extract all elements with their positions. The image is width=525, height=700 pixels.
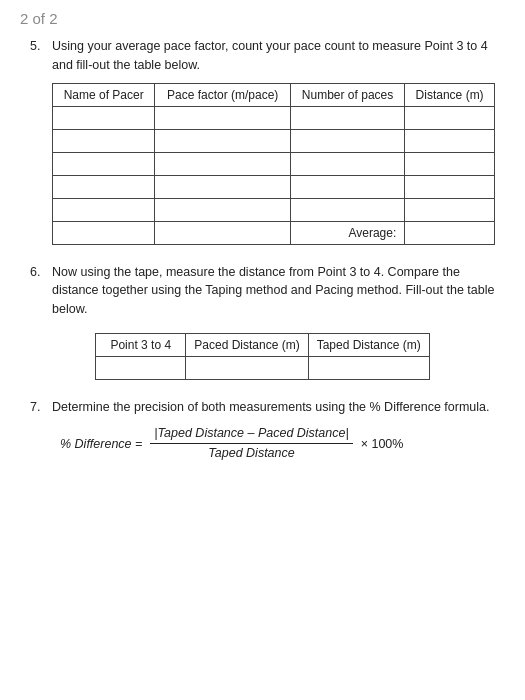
cell — [405, 152, 495, 175]
q5-col-num-paces: Number of paces — [290, 83, 404, 106]
cell — [96, 356, 186, 379]
cell — [290, 175, 404, 198]
formula-numerator: |Taped Distance – Paced Distance| — [150, 425, 352, 445]
question-5: 5. Using your average pace factor, count… — [30, 37, 495, 245]
question-6-text: 6. Now using the tape, measure the dista… — [30, 263, 495, 319]
cell — [290, 198, 404, 221]
table-row — [96, 356, 429, 379]
table-row — [53, 198, 495, 221]
question-7: 7. Determine the precision of both measu… — [30, 398, 495, 463]
formula-multiplier: × 100% — [361, 437, 404, 451]
q5-table-container: Name of Pacer Pace factor (m/pace) Numbe… — [52, 83, 495, 245]
cell — [155, 129, 290, 152]
table-row — [53, 129, 495, 152]
q6-table: Point 3 to 4 Paced Distance (m) Taped Di… — [95, 333, 429, 380]
table-row — [53, 106, 495, 129]
q6-col-point: Point 3 to 4 — [96, 333, 186, 356]
cell — [405, 175, 495, 198]
cell — [290, 129, 404, 152]
cell — [155, 221, 290, 244]
cell — [53, 175, 155, 198]
average-value-cell — [405, 221, 495, 244]
q6-col-taped: Taped Distance (m) — [308, 333, 429, 356]
question-6: 6. Now using the tape, measure the dista… — [30, 263, 495, 380]
cell — [53, 152, 155, 175]
q6-table-header-row: Point 3 to 4 Paced Distance (m) Taped Di… — [96, 333, 429, 356]
table-row — [53, 152, 495, 175]
formula-denominator: Taped Distance — [204, 444, 298, 463]
cell — [308, 356, 429, 379]
cell — [290, 152, 404, 175]
page-number: 2 of 2 — [20, 10, 58, 27]
q6-table-container: Point 3 to 4 Paced Distance (m) Taped Di… — [30, 327, 495, 380]
q5-table-header-row: Name of Pacer Pace factor (m/pace) Numbe… — [53, 83, 495, 106]
cell — [53, 198, 155, 221]
q6-number: 6. — [30, 263, 52, 282]
cell — [405, 198, 495, 221]
cell — [155, 152, 290, 175]
cell — [155, 106, 290, 129]
cell — [53, 106, 155, 129]
average-row: Average: — [53, 221, 495, 244]
cell — [53, 221, 155, 244]
question-5-text: 5. Using your average pace factor, count… — [30, 37, 495, 75]
page-header: 2 of 2 — [0, 0, 525, 33]
cell — [155, 198, 290, 221]
cell — [405, 129, 495, 152]
q5-body: Using your average pace factor, count yo… — [52, 37, 495, 75]
cell — [405, 106, 495, 129]
q5-number: 5. — [30, 37, 52, 56]
q7-body: Determine the precision of both measurem… — [52, 398, 495, 417]
average-label: Average: — [290, 221, 404, 244]
formula-label: % Difference = — [60, 437, 142, 451]
cell — [53, 129, 155, 152]
q7-number: 7. — [30, 398, 52, 417]
content-area: 5. Using your average pace factor, count… — [0, 33, 525, 463]
q5-col-name: Name of Pacer — [53, 83, 155, 106]
question-7-text: 7. Determine the precision of both measu… — [30, 398, 495, 417]
cell — [155, 175, 290, 198]
q6-col-paced: Paced Distance (m) — [186, 333, 308, 356]
formula-block: % Difference = |Taped Distance – Paced D… — [60, 425, 495, 463]
q6-body: Now using the tape, measure the distance… — [52, 263, 495, 319]
q5-table: Name of Pacer Pace factor (m/pace) Numbe… — [52, 83, 495, 245]
cell — [290, 106, 404, 129]
table-row — [53, 175, 495, 198]
formula-line: % Difference = |Taped Distance – Paced D… — [60, 425, 495, 463]
cell — [186, 356, 308, 379]
q5-col-pace-factor: Pace factor (m/pace) — [155, 83, 290, 106]
q5-col-distance: Distance (m) — [405, 83, 495, 106]
formula-fraction: |Taped Distance – Paced Distance| Taped … — [150, 425, 352, 463]
